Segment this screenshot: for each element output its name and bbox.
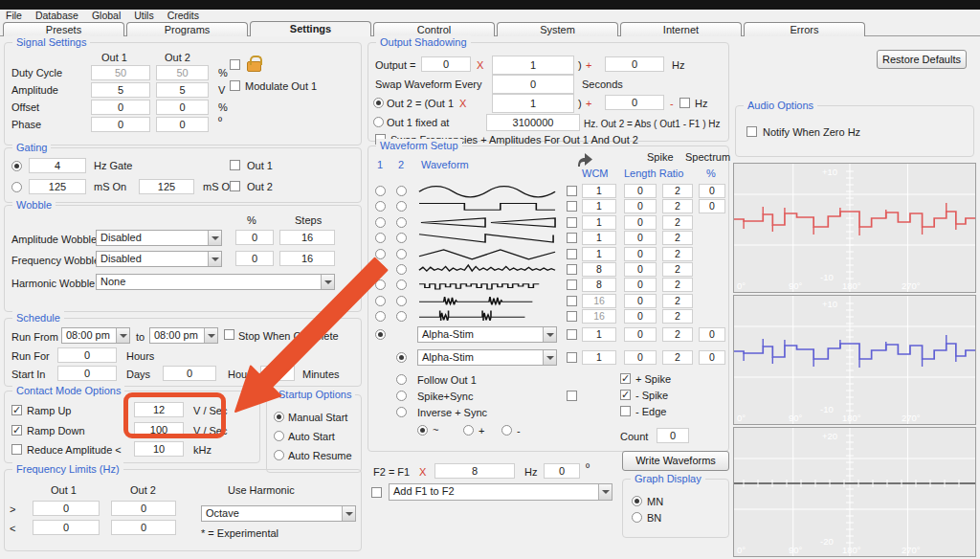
- spike-length-input[interactable]: 0: [624, 215, 657, 230]
- combo-arrow-icon[interactable]: [321, 275, 334, 289]
- minus-spike-checkbox[interactable]: [620, 390, 631, 400]
- waveform-out1-radio[interactable]: [375, 280, 386, 290]
- out1-fixed-input[interactable]: 3100000: [486, 114, 580, 131]
- add-f1-checkbox[interactable]: [371, 487, 382, 498]
- phase-out2-input[interactable]: 0: [156, 117, 209, 132]
- menu-credits[interactable]: Credits: [167, 10, 199, 21]
- wcm-input[interactable]: 16: [582, 294, 616, 308]
- tab-programs[interactable]: Programs: [126, 22, 248, 36]
- waveform-out1-radio[interactable]: [375, 233, 386, 243]
- duty-cycle-out2-input[interactable]: 50: [156, 65, 209, 80]
- spike-ratio-input[interactable]: 2: [662, 294, 693, 308]
- spike-ratio-input[interactable]: 2: [662, 184, 693, 198]
- start-in-hours-input[interactable]: 0: [163, 366, 216, 381]
- waveform-out1-radio[interactable]: [375, 217, 386, 228]
- offset-out2-input[interactable]: 0: [156, 100, 209, 115]
- combo-arrow-icon[interactable]: [342, 506, 355, 521]
- notify-zero-hz-checkbox[interactable]: [746, 126, 757, 137]
- out2-shadow-radio[interactable]: [373, 98, 384, 108]
- count-input[interactable]: 0: [657, 428, 689, 443]
- bn-radio[interactable]: [632, 512, 642, 523]
- waveform-out2-radio[interactable]: [396, 280, 407, 290]
- hz2-checkbox[interactable]: [679, 98, 690, 108]
- spike-ratio-input[interactable]: 2: [662, 247, 693, 261]
- spike-length-input[interactable]: 0: [624, 262, 657, 277]
- wcm-input[interactable]: 16: [582, 309, 616, 324]
- menu-global[interactable]: Global: [92, 10, 121, 21]
- hz-gate-input[interactable]: 4: [29, 158, 86, 173]
- f2-value-input[interactable]: 8: [434, 463, 515, 479]
- wcm-input[interactable]: 1: [582, 231, 616, 245]
- plus-spike-checkbox[interactable]: [620, 373, 631, 384]
- spectrum-pct-input[interactable]: 0: [699, 199, 725, 213]
- start-in-minutes-input[interactable]: 0: [260, 366, 295, 381]
- waveform-checkbox[interactable]: [567, 217, 577, 228]
- tab-errors[interactable]: Errors: [744, 22, 865, 36]
- out2-mult-input[interactable]: 1: [492, 94, 574, 113]
- ms-on-input[interactable]: 125: [29, 179, 86, 194]
- out1-fixed-radio[interactable]: [373, 117, 384, 127]
- waveform-out1-radio[interactable]: [375, 296, 386, 306]
- waveform-out1-radio[interactable]: [375, 249, 386, 259]
- minus-radio[interactable]: [501, 425, 512, 436]
- waveform-out1-radio[interactable]: [375, 201, 386, 212]
- minus-edge-checkbox[interactable]: [620, 406, 631, 416]
- tab-settings[interactable]: Settings: [250, 21, 371, 36]
- amplitude-wobble-steps-input[interactable]: 16: [279, 230, 335, 245]
- amplitude-wobble-pct-input[interactable]: 0: [235, 230, 274, 245]
- combo2-length-input[interactable]: 0: [624, 350, 657, 365]
- tab-control[interactable]: Control: [373, 22, 495, 36]
- waveform-checkbox[interactable]: [567, 201, 577, 212]
- spike-ratio-input[interactable]: 2: [662, 199, 693, 213]
- swap-waveform-input[interactable]: 0: [492, 75, 574, 94]
- wcm-input[interactable]: 1: [582, 199, 616, 213]
- run-from-select[interactable]: 08:00 pm: [61, 327, 130, 344]
- gating-out1-checkbox[interactable]: [230, 160, 240, 170]
- spike-length-input[interactable]: 0: [624, 278, 657, 292]
- use-harmonic-select[interactable]: Octave: [201, 505, 356, 522]
- wcm-input[interactable]: 8: [582, 278, 616, 292]
- phase-out1-input[interactable]: 0: [91, 117, 150, 132]
- add-f1-select[interactable]: Add F1 to F2: [389, 483, 612, 501]
- waveform-out1-radio[interactable]: [375, 264, 386, 275]
- spectrum-pct-input[interactable]: 0: [699, 184, 725, 198]
- menu-file[interactable]: File: [6, 10, 22, 21]
- frequency-wobble-select[interactable]: Disabled: [96, 251, 222, 267]
- waveform-out2-radio[interactable]: [396, 233, 407, 243]
- spike-sync-radio[interactable]: [396, 391, 407, 401]
- fl-lt-out1-input[interactable]: 0: [33, 520, 100, 535]
- combo-arrow-icon[interactable]: [116, 328, 129, 343]
- run-for-input[interactable]: 0: [57, 347, 117, 363]
- waveform-combo1-select[interactable]: Alpha-Stim: [417, 326, 557, 343]
- combo-arrow-icon[interactable]: [204, 328, 217, 343]
- spike-ratio-input[interactable]: 2: [662, 231, 693, 245]
- menu-database[interactable]: Database: [35, 10, 78, 21]
- ms-gate-radio[interactable]: [11, 182, 22, 192]
- waveform-checkbox[interactable]: [567, 311, 577, 322]
- combo1-checkbox[interactable]: [567, 329, 577, 340]
- tilde-radio[interactable]: [417, 425, 428, 436]
- reduce-amplitude-checkbox[interactable]: [11, 444, 22, 455]
- combo-arrow-icon[interactable]: [208, 252, 221, 266]
- write-waveforms-button[interactable]: Write Waveforms: [622, 451, 729, 471]
- spike-length-input[interactable]: 0: [624, 231, 657, 245]
- combo2-pct-input[interactable]: 0: [699, 350, 725, 365]
- duty-cycle-out1-input[interactable]: 50: [91, 65, 150, 80]
- waveform-combo2-select[interactable]: Alpha-Stim: [417, 349, 557, 366]
- start-in-days-input[interactable]: 0: [57, 366, 117, 381]
- combo1-pct-input[interactable]: 0: [699, 327, 725, 342]
- harmonic-wobble-select[interactable]: None: [96, 274, 335, 290]
- amplitude-out2-input[interactable]: 5: [156, 82, 209, 98]
- ms-off-input[interactable]: 125: [139, 179, 194, 194]
- amplitude-out1-input[interactable]: 5: [91, 82, 150, 98]
- amplitude-wobble-select[interactable]: Disabled: [96, 230, 222, 246]
- combo-arrow-icon[interactable]: [208, 231, 221, 245]
- spike-length-input[interactable]: 0: [624, 294, 657, 308]
- output-mult-input[interactable]: 1: [492, 56, 574, 75]
- fl-lt-out2-input[interactable]: 0: [111, 520, 176, 535]
- waveform-checkbox[interactable]: [567, 249, 577, 259]
- combo-arrow-icon[interactable]: [543, 327, 556, 342]
- combo2-wcm-input[interactable]: 1: [582, 350, 616, 365]
- stop-when-complete-checkbox[interactable]: [224, 329, 234, 340]
- waveform-checkbox[interactable]: [567, 280, 577, 290]
